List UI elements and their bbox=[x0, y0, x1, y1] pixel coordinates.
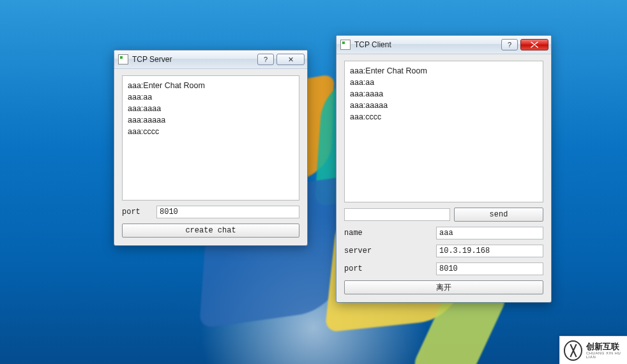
name-input[interactable] bbox=[436, 227, 543, 239]
tcp-server-window: TCP Server ? ✕ aaa:Enter Chat Room aaa:a… bbox=[114, 50, 308, 246]
port-label: port bbox=[344, 264, 389, 273]
app-icon bbox=[340, 40, 351, 50]
port-input[interactable] bbox=[156, 206, 299, 218]
titlebar[interactable]: TCP Client ? bbox=[336, 36, 551, 54]
server-input[interactable] bbox=[436, 245, 543, 257]
window-title: TCP Client bbox=[354, 40, 499, 49]
close-button[interactable]: ✕ bbox=[276, 54, 305, 65]
chat-line: aaa:cccc bbox=[350, 111, 538, 123]
help-button[interactable]: ? bbox=[501, 39, 518, 50]
chat-line: aaa:aaaa bbox=[128, 103, 294, 114]
window-title: TCP Server bbox=[132, 55, 255, 64]
chat-line: aaa:Enter Chat Room bbox=[350, 65, 538, 77]
chat-line: aaa:aaaaa bbox=[350, 100, 538, 111]
send-button[interactable]: send bbox=[454, 208, 543, 222]
chat-line: aaa:aa bbox=[128, 91, 294, 103]
message-input[interactable] bbox=[344, 208, 450, 221]
chat-line: aaa:cccc bbox=[128, 126, 294, 137]
port-input[interactable] bbox=[436, 262, 543, 275]
chat-log[interactable]: aaa:Enter Chat Room aaa:aa aaa:aaaa aaa:… bbox=[344, 61, 543, 202]
port-label: port bbox=[122, 208, 153, 216]
close-button[interactable] bbox=[520, 39, 548, 50]
watermark-en: CHUANG XIN HU LIAN bbox=[586, 351, 627, 359]
chat-line: aaa:aa bbox=[350, 77, 538, 88]
app-icon bbox=[118, 54, 128, 64]
chat-line: aaa:aaaa bbox=[350, 88, 538, 100]
titlebar[interactable]: TCP Server ? ✕ bbox=[114, 50, 307, 69]
desktop: TCP Server ? ✕ aaa:Enter Chat Room aaa:a… bbox=[0, 0, 627, 364]
tcp-client-window: TCP Client ? aaa:Enter Chat Room aaa:aa … bbox=[336, 35, 552, 303]
name-label: name bbox=[344, 229, 389, 238]
help-button[interactable]: ? bbox=[257, 54, 274, 65]
leave-button[interactable]: 离开 bbox=[344, 280, 543, 294]
chat-line: aaa:aaaaa bbox=[128, 114, 294, 126]
chat-line: aaa:Enter Chat Room bbox=[128, 80, 294, 91]
watermark-cn: 创新互联 bbox=[586, 342, 627, 351]
watermark-logo-icon bbox=[564, 340, 582, 361]
watermark: 创新互联 CHUANG XIN HU LIAN bbox=[559, 336, 627, 364]
create-chat-button[interactable]: create chat bbox=[122, 224, 299, 238]
chat-log[interactable]: aaa:Enter Chat Room aaa:aa aaa:aaaa aaa:… bbox=[122, 75, 299, 201]
server-label: server bbox=[344, 246, 389, 255]
